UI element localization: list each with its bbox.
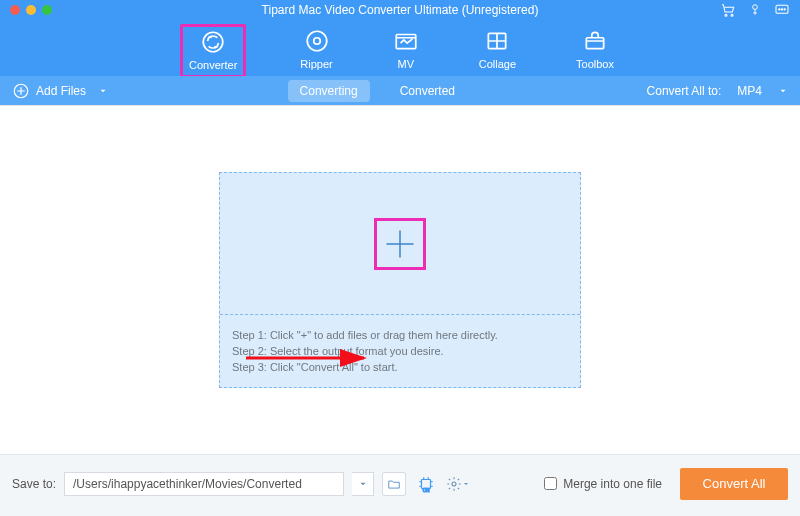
convert-all-button[interactable]: Convert All xyxy=(680,468,788,500)
gpu-accel-button[interactable]: ON xyxy=(414,472,438,496)
add-files-plus-button[interactable] xyxy=(374,218,426,270)
nav-mv[interactable]: MV xyxy=(387,26,425,74)
top-nav: Converter Ripper MV Collage Toolbox xyxy=(0,20,800,76)
drop-zone[interactable]: Step 1: Click "+" to add files or drag t… xyxy=(219,172,581,388)
plus-circle-icon xyxy=(12,82,30,100)
tab-converting[interactable]: Converting xyxy=(288,80,370,102)
converter-icon xyxy=(200,29,226,55)
folder-icon xyxy=(387,477,401,491)
bottom-bar: Save to: ON Merge into one file Convert … xyxy=(0,454,800,516)
plus-icon xyxy=(382,226,418,262)
merge-checkbox-input[interactable] xyxy=(544,477,557,490)
instruction-steps: Step 1: Click "+" to add files or drag t… xyxy=(220,314,580,387)
save-to-label: Save to: xyxy=(12,477,56,491)
step-2: Step 2: Select the output format you des… xyxy=(232,345,568,357)
svg-point-6 xyxy=(784,9,785,10)
svg-rect-12 xyxy=(586,38,603,49)
svg-point-0 xyxy=(725,14,727,16)
open-folder-button[interactable] xyxy=(382,472,406,496)
svg-point-17 xyxy=(452,482,456,486)
svg-point-2 xyxy=(753,5,758,10)
ripper-icon xyxy=(304,28,330,54)
merge-label: Merge into one file xyxy=(563,477,662,491)
output-format-value: MP4 xyxy=(729,84,770,98)
svg-text:ON: ON xyxy=(423,487,430,492)
main-area: Step 1: Click "+" to add files or drag t… xyxy=(0,106,800,454)
nav-label: Ripper xyxy=(300,58,332,70)
chevron-down-icon xyxy=(778,86,788,96)
save-path-input-wrapper xyxy=(64,472,344,496)
feedback-icon[interactable] xyxy=(774,2,790,18)
gear-icon xyxy=(446,476,462,492)
toolbox-icon xyxy=(582,28,608,54)
add-files-label: Add Files xyxy=(36,84,86,98)
merge-checkbox[interactable]: Merge into one file xyxy=(544,477,662,491)
convert-all-to-label: Convert All to: xyxy=(647,84,722,98)
svg-point-1 xyxy=(731,14,733,16)
nav-toolbox[interactable]: Toolbox xyxy=(570,26,620,74)
nav-label: Converter xyxy=(189,59,237,71)
collage-icon xyxy=(484,28,510,54)
nav-label: Toolbox xyxy=(576,58,614,70)
svg-point-5 xyxy=(781,9,782,10)
save-path-dropdown[interactable] xyxy=(352,472,374,496)
cart-icon[interactable] xyxy=(720,2,736,18)
window-title: Tipard Mac Video Converter Ultimate (Unr… xyxy=(0,3,800,17)
chevron-down-icon xyxy=(358,479,368,489)
svg-point-9 xyxy=(313,38,320,45)
nav-ripper[interactable]: Ripper xyxy=(294,26,338,74)
tab-converted[interactable]: Converted xyxy=(388,80,467,102)
chip-icon: ON xyxy=(417,475,435,493)
chevron-down-icon[interactable] xyxy=(98,86,108,96)
sub-bar: Add Files Converting Converted Convert A… xyxy=(0,76,800,106)
save-path-input[interactable] xyxy=(65,477,343,491)
output-format-selector[interactable]: Convert All to: MP4 xyxy=(647,84,788,98)
svg-point-8 xyxy=(307,31,327,51)
nav-label: Collage xyxy=(479,58,516,70)
drop-zone-top xyxy=(220,173,580,314)
add-files-button[interactable]: Add Files xyxy=(12,82,108,100)
nav-label: MV xyxy=(397,58,414,70)
step-1: Step 1: Click "+" to add files or drag t… xyxy=(232,329,568,341)
titlebar: Tipard Mac Video Converter Ultimate (Unr… xyxy=(0,0,800,20)
status-tabs: Converting Converted xyxy=(288,80,467,102)
nav-converter[interactable]: Converter xyxy=(180,24,246,78)
settings-button[interactable] xyxy=(446,472,470,496)
svg-point-4 xyxy=(779,9,780,10)
step-3: Step 3: Click "Convert All" to start. xyxy=(232,361,568,373)
nav-collage[interactable]: Collage xyxy=(473,26,522,74)
chevron-down-icon xyxy=(462,480,470,488)
mv-icon xyxy=(393,28,419,54)
key-icon[interactable] xyxy=(748,2,762,18)
